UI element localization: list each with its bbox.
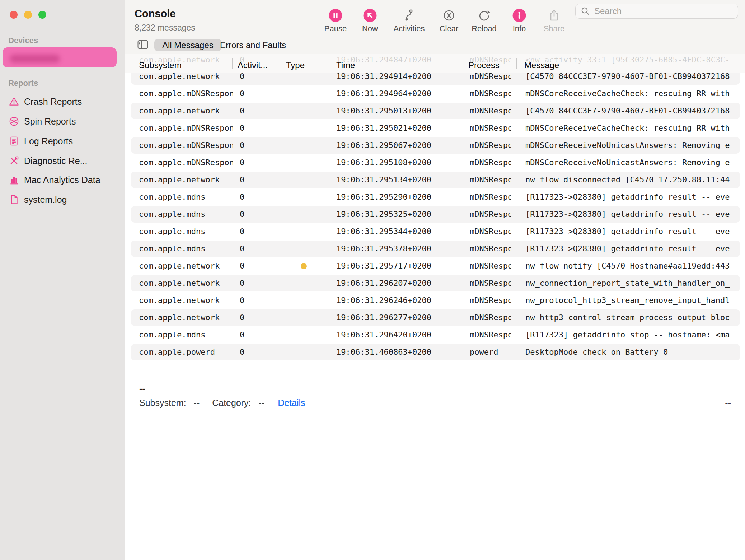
- sidebar-item-selected-device[interactable]: [3, 47, 117, 67]
- close-window-button[interactable]: [10, 11, 18, 19]
- table-row[interactable]: com.apple.mDNSResponder019:06:31.295021+…: [131, 120, 740, 136]
- cell-message: nw_connection_report_state_with_handler_…: [525, 275, 739, 291]
- cell-time: 19:06:31.296277+0200: [336, 309, 455, 326]
- cell-time: 19:06:31.294914+0200: [336, 73, 455, 85]
- table-row[interactable]: com.apple.network019:06:31.295717+0200mD…: [131, 258, 740, 274]
- table-row[interactable]: com.apple.mDNSResponder019:06:31.295067+…: [131, 137, 740, 154]
- activities-path-icon: [388, 8, 431, 23]
- cell-subsystem: com.apple.network: [139, 292, 233, 309]
- cell-subsystem: com.apple.mdns: [139, 223, 233, 240]
- column-divider[interactable]: [516, 58, 517, 69]
- cell-message: DesktopMode check on Battery 0: [525, 344, 739, 360]
- cell-activity: 0: [240, 85, 268, 102]
- cell-process: mDNSResponder: [470, 137, 511, 154]
- cell-time: 19:06:31.296207+0200: [336, 275, 455, 291]
- cell-message: [R117323->Q28380] getaddrinfo result -- …: [525, 189, 739, 205]
- cell-message: nw_protocol_http3_stream_remove_input_ha…: [525, 292, 739, 309]
- table-row[interactable]: com.apple.network019:06:31.296277+0200mD…: [131, 309, 740, 326]
- now-button[interactable]: Now: [348, 8, 392, 33]
- detail-divider: [139, 421, 740, 421]
- column-header-subsystem[interactable]: Subsystem: [139, 60, 182, 70]
- cell-activity: 0: [240, 103, 268, 119]
- cell-process: mDNSResponder: [470, 327, 511, 343]
- cell-process: mDNSResponder: [470, 73, 511, 85]
- cell-activity: 0: [240, 258, 268, 274]
- table-row[interactable]: com.apple.network019:06:31.296246+0200mD…: [131, 292, 740, 309]
- cell-message: nw_http3_control_stream_process_output_b…: [525, 309, 739, 326]
- sidebar-item-label: Spin Reports: [24, 116, 76, 127]
- cell-time: 19:06:31.295378+0200: [336, 241, 455, 257]
- table-row[interactable]: com.apple.network019:06:31.294914+0200mD…: [131, 73, 740, 85]
- table-row[interactable]: com.apple.mdns019:06:31.295344+0200mDNSR…: [131, 223, 740, 240]
- sidebar-item-spin-reports[interactable]: Spin Reports: [0, 112, 125, 131]
- page-title: Console: [135, 8, 175, 20]
- detail-subsystem-label: Subsystem:: [139, 398, 186, 408]
- zoom-window-button[interactable]: [38, 11, 46, 19]
- table-row[interactable]: com.apple.mDNSResponder019:06:31.295108+…: [131, 154, 740, 171]
- cell-activity: 0: [240, 172, 268, 188]
- table-row[interactable]: com.apple.mdns019:06:31.295378+0200mDNSR…: [131, 241, 740, 257]
- cell-process: mDNSResponder: [470, 120, 511, 136]
- tab-all-messages[interactable]: All Messages: [154, 39, 221, 51]
- cell-process: mDNSResponder: [470, 154, 511, 171]
- table-row[interactable]: com.apple.mDNSResponder019:06:31.294964+…: [131, 85, 740, 102]
- cell-time: 19:06:31.296420+0200: [336, 327, 455, 343]
- column-divider[interactable]: [280, 58, 280, 69]
- main-pane: Console 8,232 messages Pause Now Activit…: [125, 0, 745, 560]
- column-divider[interactable]: [327, 58, 327, 69]
- table-row[interactable]: com.apple.network019:06:31.295013+0200mD…: [131, 103, 740, 119]
- cell-time: 19:06:31.460863+0200: [336, 344, 455, 360]
- detail-category-label: Category:: [212, 398, 251, 408]
- table-row[interactable]: com.apple.powerd019:06:31.460863+0200pow…: [131, 344, 740, 360]
- table-row[interactable]: com.apple.network019:06:31.296207+0200mD…: [131, 275, 740, 291]
- table-row[interactable]: com.apple.mdns019:06:31.295325+0200mDNSR…: [131, 206, 740, 223]
- column-header-type[interactable]: Type: [286, 60, 305, 70]
- detail-meta-row: Subsystem: -- Category: -- Details --: [139, 398, 731, 408]
- column-header-message[interactable]: Message: [524, 60, 559, 70]
- sidebar-item-system-log[interactable]: system.log: [0, 190, 125, 209]
- column-header-process[interactable]: Process: [468, 60, 500, 70]
- sidebar-item-label: Log Reports: [24, 136, 73, 146]
- cell-message: [R117323->Q28380] getaddrinfo result -- …: [525, 206, 739, 223]
- activities-button[interactable]: Activities: [388, 8, 431, 33]
- tools-icon: [9, 155, 19, 166]
- column-header-activity[interactable]: Activit...: [238, 60, 268, 70]
- scrolled-ghost-row: com.apple.network 0 19:06:31.294847+0200…: [125, 55, 745, 66]
- cell-subsystem: com.apple.mdns: [139, 189, 233, 205]
- sidebar-item-label: system.log: [24, 195, 67, 205]
- cell-activity: 0: [240, 327, 268, 343]
- minimize-window-button[interactable]: [24, 11, 32, 19]
- column-header-time[interactable]: Time: [336, 60, 355, 70]
- search-field[interactable]: [575, 4, 738, 19]
- details-link[interactable]: Details: [278, 398, 305, 408]
- sidebar-toggle-icon[interactable]: [137, 40, 148, 49]
- sidebar-item-mac-analytics-data[interactable]: Mac Analytics Data: [0, 170, 125, 190]
- cell-subsystem: com.apple.network: [139, 258, 233, 274]
- cell-subsystem: com.apple.mdns: [139, 206, 233, 223]
- table-row[interactable]: com.apple.mdns019:06:31.296420+0200mDNSR…: [131, 327, 740, 343]
- table-row[interactable]: com.apple.mdns019:06:31.295290+0200mDNSR…: [131, 189, 740, 205]
- cell-process: mDNSResponder: [470, 241, 511, 257]
- activities-label: Activities: [388, 24, 431, 33]
- cell-time: 19:06:31.296246+0200: [336, 292, 455, 309]
- table-row[interactable]: com.apple.network019:06:31.295134+0200mD…: [131, 172, 740, 188]
- tab-errors-and-faults[interactable]: Errors and Faults: [220, 39, 286, 51]
- column-divider[interactable]: [462, 58, 462, 69]
- window-controls: [10, 11, 46, 19]
- cell-time: 19:06:31.295108+0200: [336, 154, 455, 171]
- table-header: com.apple.network 0 19:06:31.294847+0200…: [125, 54, 745, 73]
- cell-message: [C4570 84CCC3E7-9790-4607-BF01-CB9940372…: [525, 73, 739, 85]
- cell-activity: 0: [240, 223, 268, 240]
- sidebar-item-log-reports[interactable]: Log Reports: [0, 131, 125, 151]
- detail-preview: --: [139, 383, 145, 394]
- sidebar-item-diagnostic-reports[interactable]: Diagnostic Re...: [0, 151, 125, 171]
- cell-activity: 0: [240, 206, 268, 223]
- share-icon: [533, 8, 576, 23]
- cell-activity: 0: [240, 120, 268, 136]
- log-level-dot: [301, 263, 307, 269]
- search-input[interactable]: [594, 6, 738, 17]
- column-divider[interactable]: [232, 58, 233, 69]
- cell-message: mDNSCoreReceiveNoUnicastAnswers: Removin…: [525, 154, 739, 171]
- sidebar-item-crash-reports[interactable]: Crash Reports: [0, 92, 125, 111]
- arrow-up-left-icon: [348, 8, 392, 23]
